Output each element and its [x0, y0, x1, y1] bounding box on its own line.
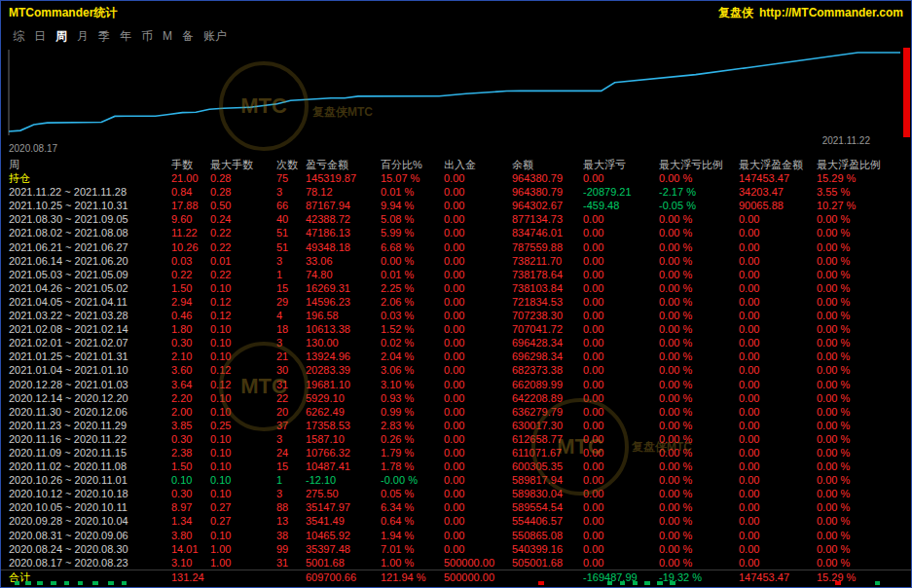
table-cell: 0.00 %	[817, 322, 904, 336]
table-cell: 0.00 %	[817, 378, 904, 391]
table-cell: 0.24	[210, 212, 276, 226]
table-cell: 0.27	[210, 514, 276, 528]
table-cell: 589830.04	[512, 487, 583, 500]
table-cell: 787559.88	[512, 240, 583, 254]
table-row[interactable]: 2021.05.03 ~ 2021.05.090.220.22174.800.0…	[1, 268, 911, 281]
table-cell: 0.00	[739, 295, 817, 309]
table-row[interactable]: 2021.03.22 ~ 2021.03.280.460.124196.580.…	[1, 309, 911, 322]
table-row[interactable]: 2021.08.02 ~ 2021.08.0811.220.225147186.…	[1, 226, 911, 239]
menu-item-M[interactable]: M	[163, 29, 172, 43]
table-cell: 0.25	[210, 419, 276, 432]
table-cell: 964302.67	[512, 199, 583, 212]
table-row[interactable]: 2020.11.23 ~ 2020.11.293.850.253717358.5…	[1, 419, 911, 432]
table-row[interactable]: 2020.11.02 ~ 2020.11.081.500.101510487.4…	[1, 459, 911, 473]
table-cell: 0.00 %	[817, 514, 904, 528]
table-cell: 0.03 %	[381, 309, 444, 322]
table-cell: 10.27 %	[817, 199, 904, 212]
table-cell: 0.00	[444, 336, 512, 349]
table-cell: 2020.11.30 ~ 2020.12.06	[9, 405, 171, 419]
column-header: 出入金	[444, 158, 512, 171]
table-row[interactable]: 2021.01.25 ~ 2021.01.312.100.102113924.9…	[1, 349, 911, 363]
table-row[interactable]: 2020.10.26 ~ 2020.11.010.100.101-12.10-0…	[1, 473, 911, 487]
table-cell: 642208.89	[512, 391, 583, 405]
table-cell: 0.00	[444, 226, 512, 239]
table-row[interactable]: 持仓21.000.2875145319.8715.07 %0.00964380.…	[1, 171, 911, 185]
table-row[interactable]: 2020.11.09 ~ 2020.11.152.380.102410766.3…	[1, 446, 911, 459]
mini-bar	[607, 581, 613, 585]
table-cell: 2.20	[171, 391, 210, 405]
table-cell: 0.12	[210, 295, 276, 309]
menu-item-月[interactable]: 月	[77, 28, 89, 45]
table-cell: 0.46	[171, 309, 210, 322]
table-cell: 0.84	[171, 185, 210, 199]
table-cell: 0.00	[739, 309, 817, 322]
table-cell: 20	[276, 405, 306, 419]
table-cell: 4	[276, 309, 306, 322]
table-cell: 0.00	[583, 378, 659, 391]
table-row[interactable]: 2020.10.05 ~ 2020.10.118.970.278835147.9…	[1, 500, 911, 514]
menu-item-季[interactable]: 季	[98, 28, 110, 45]
menu-item-周[interactable]: 周	[55, 28, 67, 45]
menu-item-币[interactable]: 币	[141, 28, 153, 45]
table-cell: 0.50	[210, 199, 276, 212]
table-row[interactable]: 2020.10.12 ~ 2020.10.180.300.103275.500.…	[1, 487, 911, 500]
table-row[interactable]: 2020.08.24 ~ 2020.08.3014.011.009935397.…	[1, 542, 911, 556]
table-cell: 40	[276, 212, 306, 226]
menu-item-综[interactable]: 综	[13, 28, 24, 45]
table-cell: 10465.92	[306, 529, 381, 542]
table-cell: 0.00	[444, 473, 512, 487]
table-cell: 0.28	[210, 171, 276, 185]
menu-item-年[interactable]: 年	[120, 28, 131, 45]
table-cell: 2021.02.08 ~ 2021.02.14	[9, 322, 171, 336]
table-row[interactable]: 2021.04.05 ~ 2021.04.112.940.122914596.2…	[1, 295, 911, 309]
menu-item-账户[interactable]: 账户	[203, 28, 227, 45]
table-row[interactable]: 2021.04.26 ~ 2021.05.021.500.101516269.3…	[1, 281, 911, 295]
table-row[interactable]: 2020.12.14 ~ 2020.12.202.200.10225929.10…	[1, 391, 911, 405]
table-row[interactable]: 2020.08.31 ~ 2020.09.063.800.103810465.9…	[1, 529, 911, 542]
table-cell: 0.00	[583, 322, 659, 336]
table-cell: 0.00	[739, 322, 817, 336]
table-row[interactable]: 2020.09.28 ~ 2020.10.041.340.27133541.49…	[1, 514, 911, 528]
table-cell: 0.00	[739, 432, 817, 446]
table-cell: 20283.39	[306, 363, 381, 377]
table-row[interactable]: 2021.06.21 ~ 2021.06.2710.260.225149348.…	[1, 240, 911, 254]
table-cell: 0.10	[210, 391, 276, 405]
table-cell: 0.00 %	[817, 309, 904, 322]
table-cell: 0.30	[171, 432, 210, 446]
table-row[interactable]: 2021.11.22 ~ 2021.11.280.840.28378.120.0…	[1, 185, 911, 199]
table-cell: 3.55 %	[817, 185, 904, 199]
table-cell: 0.00 %	[817, 459, 904, 473]
table-row[interactable]: 2020.11.30 ~ 2020.12.062.000.10206262.49…	[1, 405, 911, 419]
brand-url-link[interactable]: http://MTCommander.com	[759, 6, 903, 19]
menu-item-日[interactable]: 日	[34, 28, 46, 45]
table-row[interactable]: 2020.11.16 ~ 2020.11.220.300.1031587.100…	[1, 432, 911, 446]
table-row[interactable]: 2020.12.28 ~ 2021.01.033.640.123119681.1…	[1, 378, 911, 391]
table-row[interactable]: 2021.02.08 ~ 2021.02.141.800.101810613.3…	[1, 322, 911, 336]
table-cell: 0.00 %	[817, 529, 904, 542]
table-cell: 0.00	[739, 405, 817, 419]
table-cell: 0.00 %	[659, 349, 739, 363]
table-cell: 6.34 %	[381, 500, 444, 514]
table-cell: 0.00	[444, 378, 512, 391]
table-cell: 0.00 %	[817, 473, 904, 487]
table-cell: 13924.96	[306, 349, 381, 363]
table-cell: 2021.06.21 ~ 2021.06.27	[9, 240, 171, 254]
table-cell: 0.00	[583, 487, 659, 500]
table-row[interactable]: 2021.08.30 ~ 2021.09.059.600.244042388.7…	[1, 212, 911, 226]
table-cell: 0.00	[444, 268, 512, 281]
table-cell: 130.00	[306, 336, 381, 349]
table-cell: 0.01 %	[381, 185, 444, 199]
table-row[interactable]: 2021.10.25 ~ 2021.10.3117.880.506687167.…	[1, 199, 911, 212]
menu-bar: 综日周月季年币M备账户	[1, 24, 911, 48]
table-cell: 3.10	[171, 556, 210, 570]
table-row[interactable]: 2020.08.17 ~ 2020.08.233.101.00315001.68…	[1, 556, 911, 570]
table-cell: 147453.47	[739, 171, 817, 185]
table-cell: 0.00	[739, 446, 817, 459]
table-row[interactable]: 2021.02.01 ~ 2021.02.070.300.103130.000.…	[1, 336, 911, 349]
table-row[interactable]: 2021.06.14 ~ 2021.06.200.030.01333.060.0…	[1, 254, 911, 268]
menu-item-备[interactable]: 备	[182, 28, 194, 45]
table-cell: 0.00 %	[659, 309, 739, 322]
table-row[interactable]: 2021.01.04 ~ 2021.01.103.600.123020283.3…	[1, 363, 911, 377]
table-cell: 0.00	[739, 419, 817, 432]
equity-chart: 2020.08.17 2021.11.22	[1, 48, 911, 151]
